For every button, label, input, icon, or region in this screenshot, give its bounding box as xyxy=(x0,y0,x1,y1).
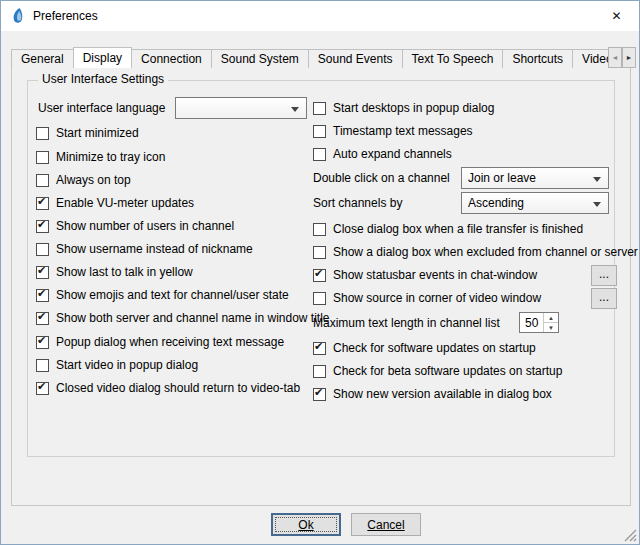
close-icon[interactable]: ✕ xyxy=(594,1,639,30)
checkbox[interactable] xyxy=(36,312,49,325)
max-text-length-value: 50 xyxy=(525,316,538,330)
checkbox[interactable] xyxy=(313,148,326,161)
checkbox[interactable] xyxy=(36,174,49,187)
video-source-more-button[interactable]: ... xyxy=(591,288,617,309)
checkbox[interactable] xyxy=(313,246,326,259)
checkbox-row-minimize-to-tray[interactable]: Minimize to tray icon xyxy=(36,147,165,167)
checkbox[interactable] xyxy=(36,382,49,395)
preferences-dialog: Preferences ✕ General Display Connection… xyxy=(0,0,640,545)
checkbox[interactable] xyxy=(36,151,49,164)
chevron-down-icon xyxy=(593,177,601,182)
checkbox-row-excluded-dialog[interactable]: Show a dialog box when excluded from cha… xyxy=(313,242,638,262)
sort-channels-select-value: Ascending xyxy=(468,196,524,210)
checkbox-row-last-talk[interactable]: Show last to talk in yellow xyxy=(36,262,193,282)
checkbox[interactable] xyxy=(313,342,326,355)
checkbox[interactable] xyxy=(313,269,326,282)
chevron-down-icon xyxy=(593,202,601,207)
checkbox-row-video-return[interactable]: Closed video dialog should return to vid… xyxy=(36,378,300,398)
stepper-down-icon[interactable]: ▼ xyxy=(544,323,558,332)
statusbar-events-more-button[interactable]: ... xyxy=(591,265,617,286)
stepper-up-icon[interactable]: ▲ xyxy=(544,313,558,323)
checkbox-row-vu-meter[interactable]: Enable VU-meter updates xyxy=(36,193,194,213)
checkbox[interactable] xyxy=(313,102,326,115)
tab-scroll-buttons: ◄ ► xyxy=(608,47,636,68)
tab-connection[interactable]: Connection xyxy=(131,49,212,68)
sort-channels-select[interactable]: Ascending xyxy=(461,192,609,214)
checkbox-row-new-version-dialog[interactable]: Show new version available in dialog box xyxy=(313,384,552,404)
checkbox-row-check-beta-updates[interactable]: Check for beta software updates on start… xyxy=(313,361,562,381)
checkbox-row-start-minimized[interactable]: Start minimized xyxy=(36,123,139,143)
window-title: Preferences xyxy=(33,9,98,23)
tab-bar: General Display Connection Sound System … xyxy=(11,46,615,68)
checkbox[interactable] xyxy=(36,289,49,302)
tab-text-to-speech[interactable]: Text To Speech xyxy=(402,49,504,68)
checkbox[interactable] xyxy=(36,243,49,256)
user-interface-settings-group: User Interface Settings User interface l… xyxy=(27,80,615,457)
checkbox[interactable] xyxy=(313,365,326,378)
ok-button[interactable]: Ok xyxy=(271,513,341,536)
stepper-buttons: ▲ ▼ xyxy=(543,313,558,332)
tab-sound-events[interactable]: Sound Events xyxy=(308,49,403,68)
chevron-down-icon xyxy=(291,107,299,112)
double-click-select-value: Join or leave xyxy=(468,171,536,185)
checkbox-row-always-on-top[interactable]: Always on top xyxy=(36,170,131,190)
checkbox-row-video-popup[interactable]: Start video in popup dialog xyxy=(36,355,198,375)
max-text-length-label: Maximum text length in channel list xyxy=(313,313,500,333)
resize-grip[interactable] xyxy=(624,529,637,542)
cancel-button[interactable]: Cancel xyxy=(351,513,421,536)
checkbox-row-user-count[interactable]: Show number of users in channel xyxy=(36,216,234,236)
checkbox-row-check-updates[interactable]: Check for software updates on startup xyxy=(313,338,536,358)
sort-channels-label: Sort channels by xyxy=(313,193,402,213)
checkbox[interactable] xyxy=(36,336,49,349)
checkbox-row-video-source-corner[interactable]: Show source in corner of video window xyxy=(313,288,541,308)
checkbox[interactable] xyxy=(313,125,326,138)
double-click-label: Double click on a channel xyxy=(313,168,450,188)
checkbox-row-statusbar-events[interactable]: Show statusbar events in chat-window xyxy=(313,265,537,285)
checkbox-row-window-title[interactable]: Show both server and channel name in win… xyxy=(36,308,330,328)
checkbox[interactable] xyxy=(36,127,49,140)
checkbox[interactable] xyxy=(36,359,49,372)
checkbox-row-auto-expand[interactable]: Auto expand channels xyxy=(313,144,452,164)
checkbox-row-file-transfer[interactable]: Close dialog box when a file transfer is… xyxy=(313,219,583,239)
checkbox-row-emojis[interactable]: Show emojis and text for channel/user st… xyxy=(36,285,289,305)
checkbox[interactable] xyxy=(313,292,326,305)
language-label: User interface language xyxy=(38,98,165,118)
max-text-length-stepper[interactable]: 50 ▲ ▼ xyxy=(519,312,559,333)
checkbox[interactable] xyxy=(313,223,326,236)
checkbox[interactable] xyxy=(313,388,326,401)
app-icon xyxy=(10,8,26,24)
checkbox[interactable] xyxy=(36,220,49,233)
tab-sound-system[interactable]: Sound System xyxy=(211,49,309,68)
checkbox[interactable] xyxy=(36,266,49,279)
tab-general[interactable]: General xyxy=(11,49,74,68)
checkbox-row-username[interactable]: Show username instead of nickname xyxy=(36,239,253,259)
dialog-body: General Display Connection Sound System … xyxy=(1,31,639,544)
tab-display[interactable]: Display xyxy=(73,47,132,68)
checkbox-row-desktops-popup[interactable]: Start desktops in popup dialog xyxy=(313,98,494,118)
checkbox-row-popup-text[interactable]: Popup dialog when receiving text message xyxy=(36,332,284,352)
group-title: User Interface Settings xyxy=(38,72,168,86)
checkbox[interactable] xyxy=(36,197,49,210)
checkbox-row-timestamp[interactable]: Timestamp text messages xyxy=(313,121,473,141)
tab-shortcuts[interactable]: Shortcuts xyxy=(502,49,573,68)
display-tab-panel: User Interface Settings User interface l… xyxy=(11,67,631,506)
title-bar[interactable]: Preferences ✕ xyxy=(1,1,639,31)
language-select[interactable] xyxy=(175,97,307,119)
tab-scroll-right-icon[interactable]: ► xyxy=(622,47,636,68)
double-click-select[interactable]: Join or leave xyxy=(461,167,609,189)
tab-scroll-left-icon[interactable]: ◄ xyxy=(608,47,622,68)
